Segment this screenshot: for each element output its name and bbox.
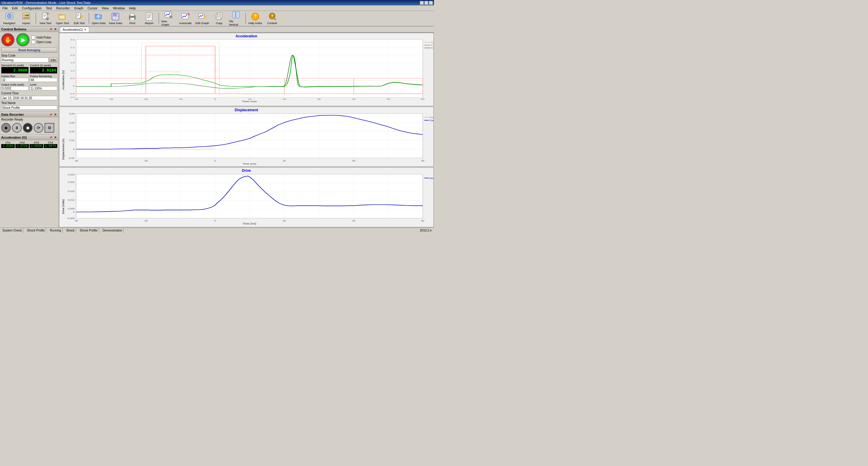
print-button[interactable]: Print xyxy=(124,11,141,25)
svg-text:0: 0 xyxy=(214,219,216,222)
output-level-row: Output (volts peak) Level xyxy=(1,83,57,90)
control-buttons-panel: ✋ ▶ Hold Pulse Open Loop Reset Averaging xyxy=(0,32,59,111)
demand-value: 2.0000 xyxy=(1,67,29,73)
open-loop-checkbox[interactable] xyxy=(31,40,35,44)
menu-configuration[interactable]: Configuration xyxy=(20,6,43,10)
menu-graph[interactable]: Graph xyxy=(72,6,85,10)
edit-test-icon xyxy=(75,12,84,21)
autoscale-button[interactable]: A Autoscale xyxy=(177,11,193,25)
svg-text:N: N xyxy=(170,15,172,18)
help-index-button[interactable]: ? Help Index xyxy=(247,11,264,25)
svg-text:20: 20 xyxy=(283,160,286,162)
context-label: Context xyxy=(267,22,277,25)
reset-averaging-button[interactable]: Reset Averaging xyxy=(1,48,57,53)
current-time-field[interactable] xyxy=(1,96,57,100)
control-buttons-close[interactable]: ✕ xyxy=(54,28,57,31)
demand-control-row: Demand (G peak) 2.0000 Control (G peak) … xyxy=(1,64,57,73)
svg-text:0.02: 0.02 xyxy=(69,130,75,133)
svg-text:0.015: 0.015 xyxy=(68,190,75,192)
level-field[interactable] xyxy=(30,86,57,90)
level-group: Level xyxy=(30,83,57,90)
menu-test[interactable]: Test xyxy=(44,6,54,10)
pulses-remaining-field[interactable] xyxy=(30,78,57,82)
svg-text:?: ? xyxy=(271,13,274,19)
acceleration-chart: Acceleration Acceleration (G) xyxy=(59,33,434,106)
menu-recorder[interactable]: Recorder xyxy=(54,6,71,10)
status-system-check[interactable]: System Check xyxy=(1,228,23,233)
copy-button[interactable]: Copy xyxy=(211,11,227,25)
navigator-label: Navigator xyxy=(3,22,16,25)
status-shock: Shock xyxy=(65,228,76,233)
menu-window[interactable]: Window xyxy=(111,6,127,10)
record-settings-button[interactable]: ⚙ xyxy=(44,123,54,133)
svg-text:-40: -40 xyxy=(74,219,79,222)
info-button[interactable]: Info xyxy=(49,58,57,62)
control-buttons-header: Control Buttons 📌 ✕ xyxy=(0,27,59,32)
separator-1 xyxy=(36,13,36,24)
context-button[interactable]: ? Context xyxy=(264,11,280,25)
svg-text:0.04: 0.04 xyxy=(69,113,75,115)
save-data-button[interactable]: Save Data xyxy=(107,11,124,25)
output-field[interactable] xyxy=(1,86,29,90)
running-status: Running xyxy=(50,229,61,232)
new-graph-button[interactable]: N New Graph xyxy=(160,11,177,25)
pulses-remaining-group: Pulses Remaining xyxy=(30,75,57,82)
new-test-button[interactable]: N New Test xyxy=(37,11,54,25)
menu-edit[interactable]: Edit xyxy=(10,6,20,10)
svg-text:30: 30 xyxy=(317,98,321,100)
minimize-button[interactable]: ─ xyxy=(420,1,424,5)
record-start-button[interactable]: ⏺ xyxy=(23,123,33,133)
window-controls[interactable]: ─ □ ✕ xyxy=(420,1,433,5)
svg-text:-0.005: -0.005 xyxy=(67,217,75,220)
open-loop-label: Open Loop xyxy=(36,40,52,44)
svg-rect-36 xyxy=(146,13,152,20)
separator-3 xyxy=(158,13,159,24)
record-pause-button[interactable]: ⏸ xyxy=(12,123,22,133)
control-buttons-pin[interactable]: 📌 xyxy=(49,28,53,31)
record-rewind-button[interactable]: ⟳ xyxy=(34,123,43,133)
tab-close-button[interactable]: ✕ xyxy=(84,28,87,31)
checkbox-group: Hold Pulse Open Loop xyxy=(31,36,52,44)
test-name-field[interactable] xyxy=(1,105,57,110)
data-recorder-close[interactable]: ✕ xyxy=(54,113,57,116)
stop-code-field[interactable] xyxy=(1,58,49,62)
tile-vertical-button[interactable]: Tile Vertical xyxy=(228,11,244,25)
edit-test-button[interactable]: Edit Test xyxy=(71,11,87,25)
svg-rect-29 xyxy=(113,13,117,16)
menu-file[interactable]: File xyxy=(1,6,10,10)
close-button[interactable]: ✕ xyxy=(429,1,433,5)
accel-close[interactable]: ✕ xyxy=(54,136,57,139)
svg-text:-30: -30 xyxy=(109,98,113,100)
hold-pulse-checkbox[interactable] xyxy=(31,36,35,39)
edit-graph-button[interactable]: Edit Graph xyxy=(194,11,210,25)
level-label: Level xyxy=(30,83,57,86)
accel-title: Acceleration (G) xyxy=(1,136,27,139)
open-data-button[interactable]: Open Data xyxy=(90,11,107,25)
run-button[interactable]: ▶ xyxy=(16,33,30,46)
main-layout: Control Buttons 📌 ✕ ✋ ▶ Hold Pulse Open … xyxy=(0,27,434,227)
data-recorder-title: Data Recorder xyxy=(1,113,24,116)
report-button[interactable]: Report xyxy=(141,11,157,25)
inputs-button[interactable]: Inputs xyxy=(18,11,34,25)
stop-button[interactable]: ✋ xyxy=(1,33,14,46)
svg-rect-26 xyxy=(95,14,98,15)
pulses-row: Pulses Run Pulses Remaining xyxy=(1,75,57,82)
svg-point-7 xyxy=(27,14,29,16)
pulses-run-field[interactable] xyxy=(1,78,29,82)
menu-help[interactable]: Help xyxy=(127,6,138,10)
menu-cursor[interactable]: Cursor xyxy=(86,6,99,10)
record-stop-button[interactable]: ■ xyxy=(1,123,11,133)
data-recorder-pin[interactable]: 📌 xyxy=(49,113,53,116)
accel-ch4-value: 1.8674 xyxy=(44,144,57,148)
maximize-button[interactable]: □ xyxy=(424,1,428,5)
help-index-icon: ? xyxy=(251,12,259,21)
accel-pin[interactable]: 📌 xyxy=(49,136,53,139)
tab-acceleration[interactable]: Acceleration(1) ✕ xyxy=(60,27,89,32)
system-check-label: System Check xyxy=(2,229,22,232)
open-test-button[interactable]: Open Test xyxy=(54,11,70,25)
menu-view[interactable]: View xyxy=(100,6,111,10)
svg-text:-40: -40 xyxy=(74,160,79,162)
accel-ch2-group: Ch2 2.0749 xyxy=(16,141,29,148)
status-shock-profile[interactable]: Shock Profile xyxy=(26,228,46,233)
navigator-button[interactable]: Navigator xyxy=(1,11,18,25)
